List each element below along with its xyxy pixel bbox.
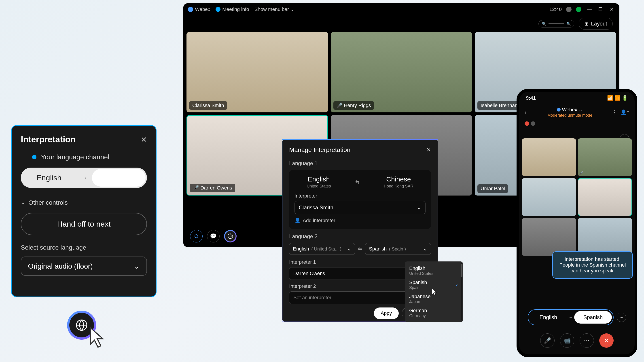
english-option[interactable]: English [22,169,76,187]
titlebar: Webex Meeting info Show menu bar ⌄ 12:40… [183,3,620,15]
show-menu-label: Show menu bar [254,6,289,12]
lang1-to: Chinese [384,175,413,183]
profile-icon[interactable] [576,7,582,12]
zoom-control[interactable]: 🔍 🔍 [538,20,574,27]
mobile-mic-button[interactable]: 🎤 [540,334,554,348]
video-tile[interactable]: 🎤Henry Riggs [331,32,472,112]
scrollbar-thumb[interactable] [461,264,462,277]
mobile-video-tile[interactable] [522,178,576,216]
mobile-time: 9:41 [526,95,536,101]
source-language-select[interactable]: Original audio (floor) ⌄ [21,257,147,276]
mobile-spanish-option[interactable]: Spanish [574,311,612,324]
close-icon[interactable]: ✕ [426,147,431,153]
mobile-title: Webex [562,107,577,113]
dd-lang: Japanese [409,294,430,300]
mobile-more-button[interactable]: ⋯ [617,313,626,322]
interpretation-panel: Interpretation ✕ Your language channel E… [11,125,156,297]
dd-region: Spain [409,285,427,290]
mobile-more-button[interactable]: ⋯ [580,334,594,348]
maximize-button[interactable]: ☐ [597,6,604,13]
assistant-button[interactable] [190,230,202,242]
lang2-from-value: English [293,246,309,252]
bluetooth-icon[interactable]: ᛒ [613,109,616,115]
zoom-slider[interactable] [548,23,564,24]
mobile-language-toggle[interactable]: English → Spanish [528,309,614,325]
lang2-to-select[interactable]: Spanish ( Spain ) ⌄ [365,243,431,255]
mic-active-icon: 🎤 [193,185,199,191]
lang2-to-value: Spanish [369,246,387,252]
mobile-video-button[interactable]: 📹 [560,334,574,348]
dropdown-item-german[interactable]: GermanGermany [405,306,463,320]
add-interpreter-button[interactable]: 👤 Add interpreter [294,218,426,223]
interpreter-label: Interpreter [294,193,426,199]
mic-muted-icon: 🎤 [579,171,584,175]
language-toggle[interactable]: English → Spanish [21,168,147,188]
clock-time: 12:40 [550,6,562,12]
mobile-status-icons: 📶 📶 🔋 [607,95,628,101]
mic-muted-icon: 🎤 [336,103,342,108]
close-icon[interactable]: ✕ [141,135,147,144]
other-controls-toggle[interactable]: ⌄ Other controls [21,199,147,206]
interpreter-1-value: Darren Owens [294,271,325,276]
show-menu-button[interactable]: Show menu bar ⌄ [254,6,294,12]
lang1-from: English [307,175,331,183]
minimize-button[interactable]: — [586,6,592,13]
chat-button[interactable]: 💬 [207,230,220,242]
interpreter-2-placeholder: Set an interpreter [294,295,332,300]
language-1-label: Language 1 [289,160,431,166]
participant-name: Clarissa Smith [189,101,227,110]
dd-region: Germany [409,314,427,318]
interpreter-value: Clarissa Smith [299,204,334,211]
mobile-video-tile[interactable]: 🎤 [578,138,632,176]
chevron-down-icon: ⌄ [21,200,25,206]
check-icon: ✓ [456,283,458,287]
app-name: Webex [195,6,210,12]
modal-title: Manage Interpretation [289,146,350,153]
dd-lang: English [409,266,433,271]
mobile-leave-button[interactable]: ✕ [599,334,614,348]
webex-icon [557,108,560,111]
interpretation-button[interactable] [224,230,236,242]
swap-icon[interactable]: ⇆ [358,246,362,252]
zoom-in-icon[interactable]: 🔍 [566,22,571,26]
video-tile[interactable]: Clarissa Smith [186,32,328,112]
add-person-icon[interactable]: 👤⁺ [620,109,629,115]
add-interpreter-label: Add interpreter [303,218,336,223]
layout-button[interactable]: ⊞ Layout [579,18,613,30]
status-icon [566,7,572,12]
back-button[interactable]: ‹ [524,109,526,116]
mobile-device-frame: 9:41 📶 📶 🔋 ‹ Webex ⌄ Moderated unmute mo… [516,89,637,357]
mobile-video-tile[interactable] [522,218,576,256]
dropdown-item-english[interactable]: EnglishUnited States [405,264,463,278]
meeting-info-label: Meeting info [222,6,249,12]
apply-button[interactable]: Appy [374,308,398,319]
lang2-from-select[interactable]: English ( United Sta... ) ⌄ [289,243,355,255]
dd-lang: German [409,308,427,314]
layout-label: Layout [591,20,607,27]
arrow-right-icon: → [567,315,574,319]
spanish-option[interactable]: Spanish [92,169,146,187]
close-button[interactable]: ✕ [608,6,615,13]
chevron-down-icon: ⌄ [347,246,351,252]
chevron-down-icon: ⌄ [134,262,140,270]
interpretation-tooltip: Interpretation has started. People in th… [552,251,633,279]
arrow-right-icon: → [76,174,92,182]
channel-indicator-dot [32,155,36,159]
mobile-video-tile-active[interactable] [578,178,632,216]
lang2-to-region: ( Spain ) [389,247,406,251]
lang1-to-region: Hong Kong SAR [384,184,413,189]
info-icon [216,7,220,12]
recording-badge [524,121,529,126]
mobile-english-option[interactable]: English [530,311,567,324]
chevron-down-icon: ⌄ [578,107,582,113]
handoff-button[interactable]: Hand off to next [21,213,147,235]
meeting-info-button[interactable]: Meeting info [216,6,249,12]
interpreter-select[interactable]: Clarissa Smith ⌄ [294,201,426,214]
chevron-down-icon: ⌄ [417,204,421,211]
webex-logo: Webex [188,6,210,12]
dd-region: Japan [409,300,430,304]
mobile-video-tile[interactable] [578,218,632,256]
mobile-video-tile[interactable] [522,138,576,176]
zoom-out-icon[interactable]: 🔍 [542,22,546,26]
source-language-value: Original audio (floor) [28,262,93,270]
